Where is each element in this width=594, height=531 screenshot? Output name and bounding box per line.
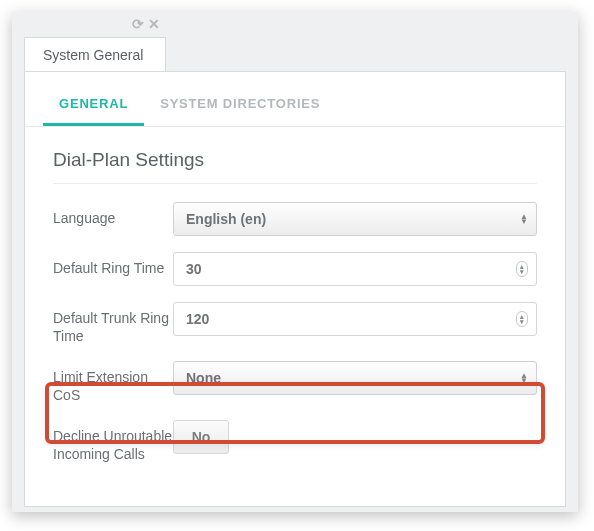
tab-general[interactable]: GENERAL [43, 82, 144, 126]
window-controls: ⟳ ✕ [132, 16, 162, 32]
decline-unroutable-toggle[interactable]: No [173, 420, 229, 454]
label-default-trunk-ring-time: Default Trunk Ring Time [53, 302, 173, 345]
row-language: Language English (en) ▲▼ [53, 194, 537, 244]
window-tab-system-general[interactable]: System General [24, 37, 166, 72]
chevron-updown-icon: ▲▼ [520, 373, 528, 383]
default-ring-time-input[interactable]: 30 ▴▾ [173, 252, 537, 286]
close-icon[interactable]: ✕ [148, 16, 162, 32]
dial-plan-section: Dial-Plan Settings Language English (en)… [25, 127, 565, 471]
tab-label: GENERAL [59, 96, 128, 111]
refresh-icon[interactable]: ⟳ [132, 16, 146, 32]
row-default-ring-time: Default Ring Time 30 ▴▾ [53, 244, 537, 294]
select-value: None [186, 370, 221, 386]
label-default-ring-time: Default Ring Time [53, 252, 173, 278]
limit-extension-cos-select[interactable]: None ▲▼ [173, 361, 537, 395]
spinner-icon: ▴▾ [516, 261, 528, 277]
label-decline-unroutable: Decline Unroutable Incoming Calls [53, 420, 173, 463]
window: ⟳ ✕ System General GENERAL SYSTEM DIRECT… [12, 12, 578, 512]
language-select[interactable]: English (en) ▲▼ [173, 202, 537, 236]
row-decline-unroutable: Decline Unroutable Incoming Calls No [53, 412, 537, 471]
window-tab-label: System General [43, 47, 143, 63]
section-title: Dial-Plan Settings [53, 149, 537, 184]
label-limit-extension-cos: Limit Extension CoS [53, 361, 173, 404]
spinner-icon: ▴▾ [516, 311, 528, 327]
default-trunk-ring-time-input[interactable]: 120 ▴▾ [173, 302, 537, 336]
tab-system-directories[interactable]: SYSTEM DIRECTORIES [144, 82, 336, 126]
window-bar: ⟳ ✕ [12, 12, 578, 36]
tab-label: SYSTEM DIRECTORIES [160, 96, 320, 111]
main-panel: GENERAL SYSTEM DIRECTORIES Dial-Plan Set… [24, 71, 566, 507]
input-value: 30 [186, 261, 202, 277]
inner-tabs: GENERAL SYSTEM DIRECTORIES [25, 82, 565, 127]
toggle-value: No [192, 429, 211, 445]
row-default-trunk-ring-time: Default Trunk Ring Time 120 ▴▾ [53, 294, 537, 353]
select-value: English (en) [186, 211, 266, 227]
chevron-updown-icon: ▲▼ [520, 214, 528, 224]
label-language: Language [53, 202, 173, 228]
row-limit-extension-cos: Limit Extension CoS None ▲▼ [53, 353, 537, 412]
input-value: 120 [186, 311, 209, 327]
